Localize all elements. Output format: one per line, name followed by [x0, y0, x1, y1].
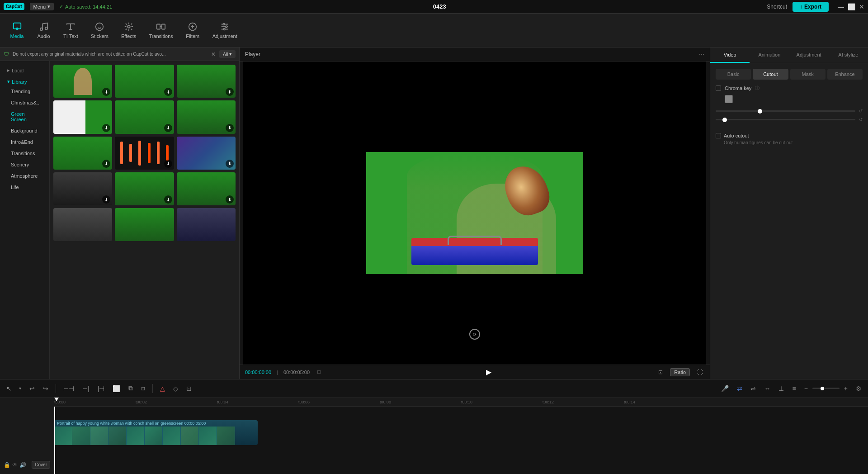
tab-animation[interactable]: Animation	[750, 47, 789, 63]
player-fit-button[interactable]: ⊡	[656, 368, 665, 376]
toolbar-transitions[interactable]: Transitions	[143, 19, 178, 42]
keyframe-button[interactable]: ◇	[170, 383, 181, 394]
chroma-key-checkbox[interactable]	[716, 85, 721, 91]
toolbar-stickers[interactable]: Stickers	[85, 19, 114, 42]
filter-button[interactable]: All ▾	[219, 50, 236, 58]
auto-cutout-checkbox[interactable]	[716, 133, 721, 138]
sidenav-library[interactable]: ▾ Library	[4, 78, 46, 85]
slider-2-track[interactable]	[716, 119, 855, 120]
media-thumb-13[interactable]	[53, 208, 112, 241]
media-thumb-11[interactable]: ⬇	[115, 172, 174, 205]
copy-button[interactable]: ⧉	[126, 383, 136, 394]
media-thumb-2[interactable]: ⬇	[115, 65, 174, 98]
slider-1-reset[interactable]: ↺	[859, 109, 863, 114]
download-icon-6[interactable]: ⬇	[226, 124, 234, 132]
eye-icon[interactable]: 👁	[12, 462, 18, 468]
slider-2-reset[interactable]: ↺	[859, 117, 863, 122]
unlink-button[interactable]: ⇌	[748, 383, 759, 394]
tab-video[interactable]: Video	[710, 47, 750, 63]
lock-icon[interactable]: 🔒	[4, 462, 10, 468]
more-tools-button[interactable]: ≡	[789, 383, 798, 394]
close-notification-button[interactable]: ✕	[211, 51, 216, 57]
link-button[interactable]: ⇄	[734, 383, 745, 394]
maximize-button[interactable]: ⬜	[848, 3, 855, 10]
sidenav-item-trending[interactable]: Trending	[5, 86, 44, 97]
shortcut-label[interactable]: Shortcut	[767, 4, 787, 10]
sidenav-local[interactable]: ▸ Local	[4, 66, 46, 74]
zoom-out-button[interactable]: −	[802, 383, 811, 394]
zoom-slider-track[interactable]	[812, 388, 840, 389]
chroma-key-info-icon[interactable]: ⓘ	[755, 85, 760, 91]
close-button[interactable]: ✕	[859, 3, 864, 10]
zoom-slider-thumb[interactable]	[821, 387, 824, 390]
subtab-basic[interactable]: Basic	[716, 69, 751, 80]
player-menu-icon[interactable]: ⋯	[699, 51, 704, 57]
player-ratio-button[interactable]: Ratio	[670, 368, 690, 376]
download-icon-8[interactable]: ⬇	[164, 160, 172, 168]
media-thumb-1[interactable]: ⬇	[53, 65, 112, 98]
toolbar-filters[interactable]: Filters	[180, 19, 205, 42]
media-thumb-8[interactable]: ⬇	[115, 137, 174, 170]
sidenav-item-atmosphere[interactable]: Atmosphere	[5, 171, 44, 181]
menu-button[interactable]: Menu ▾	[30, 3, 54, 10]
subtab-mask[interactable]: Mask	[790, 69, 826, 80]
minimize-button[interactable]: —	[838, 3, 844, 10]
media-thumb-6[interactable]: ⬇	[177, 100, 236, 133]
delete-segment-button[interactable]: ⬜	[110, 383, 123, 394]
trim-right-button[interactable]: |⊣	[95, 383, 108, 394]
toolbar-media[interactable]: Media	[5, 19, 29, 42]
tab-adjustment[interactable]: Adjustment	[789, 47, 829, 63]
timeline-scroll[interactable]: t00:00 t00:02 t00:04 t00:06 t00:08 t00:1…	[54, 398, 868, 474]
media-thumb-12[interactable]: ⬇	[177, 172, 236, 205]
player-play-pause-button[interactable]: ▶	[486, 368, 491, 376]
sidenav-item-scenery[interactable]: Scenery	[5, 159, 44, 170]
media-thumb-4[interactable]: ⬇	[53, 100, 112, 133]
voice-record-button[interactable]: 🎤	[718, 383, 731, 394]
download-icon-9[interactable]: ⬇	[226, 160, 234, 168]
slider-2-thumb[interactable]	[722, 118, 727, 122]
slider-1-thumb[interactable]	[758, 109, 762, 114]
align-button[interactable]: ⊥	[776, 383, 787, 394]
sidenav-item-christmas[interactable]: Christmas&...	[5, 97, 44, 108]
media-thumb-10[interactable]: ⬇	[53, 172, 112, 205]
pointer-tool-button[interactable]: ↖	[4, 383, 14, 394]
volume-icon[interactable]: 🔊	[19, 462, 26, 468]
export-button[interactable]: ↑ Export	[793, 2, 829, 12]
chroma-color-swatch[interactable]	[725, 95, 733, 103]
video-track[interactable]: Portrait of happy young white woman with…	[54, 420, 258, 445]
media-thumb-7[interactable]: ⬇	[53, 137, 112, 170]
toolbar-text[interactable]: TI Text	[58, 19, 84, 42]
trim-left-button[interactable]: ⊢|	[80, 383, 92, 394]
player-fullscreen-button[interactable]: ⛶	[695, 368, 704, 376]
download-icon-4[interactable]: ⬇	[102, 124, 110, 132]
slider-1-track[interactable]	[716, 110, 855, 112]
color-button[interactable]: △	[157, 383, 168, 394]
subtab-cutout[interactable]: Cutout	[753, 69, 788, 80]
toolbar-audio[interactable]: Audio	[31, 19, 56, 42]
download-icon-5[interactable]: ⬇	[164, 124, 172, 132]
paste-button[interactable]: ⧈	[138, 383, 148, 394]
crop-button[interactable]: ⊡	[184, 383, 194, 394]
sidenav-item-background[interactable]: Background	[5, 125, 44, 136]
sidenav-item-life[interactable]: Life	[5, 182, 44, 193]
media-thumb-3[interactable]: ⬇	[177, 65, 236, 98]
media-thumb-5[interactable]: ⬇	[115, 100, 174, 133]
player-play-button[interactable]: ⟳	[469, 329, 480, 340]
sync-button[interactable]: ↔	[761, 383, 773, 394]
tab-ai-stylize[interactable]: AI stylize	[829, 47, 868, 63]
download-icon-11[interactable]: ⬇	[164, 195, 172, 204]
media-thumb-14[interactable]	[115, 208, 174, 241]
settings-timeline-button[interactable]: ⚙	[853, 383, 864, 394]
split-button[interactable]: ⊢⊣	[61, 383, 77, 394]
sidenav-item-transitions[interactable]: Transitions	[5, 148, 44, 159]
media-thumb-15[interactable]	[177, 208, 236, 241]
download-icon-2[interactable]: ⬇	[164, 88, 172, 96]
media-thumb-9[interactable]: ⬇	[177, 137, 236, 170]
toolbar-effects[interactable]: Effects	[116, 19, 142, 42]
toolbar-adjustment[interactable]: Adjustment	[207, 19, 243, 42]
undo-button[interactable]: ↩	[27, 383, 38, 394]
redo-button[interactable]: ↪	[40, 383, 51, 394]
sidenav-item-intro-end[interactable]: Intro&End	[5, 137, 44, 147]
zoom-in-button[interactable]: +	[841, 383, 850, 394]
subtab-enhance[interactable]: Enhance	[827, 69, 863, 80]
